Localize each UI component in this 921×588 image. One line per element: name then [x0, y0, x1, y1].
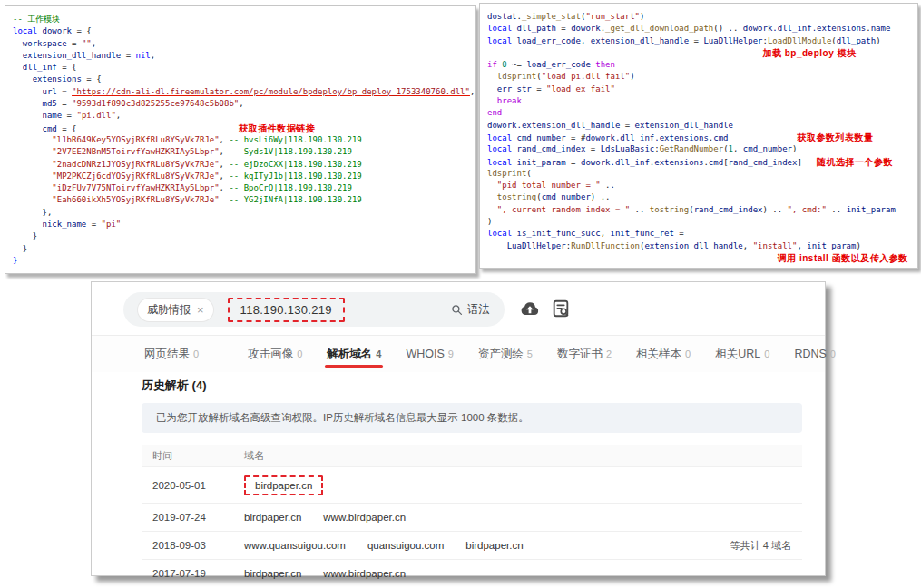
code-line: local init_param = dowork.dll_inf.extens…	[487, 156, 917, 168]
tab-count-badge: 0	[685, 348, 691, 359]
code-annotation: 调用 install 函数以及传入参数	[778, 253, 908, 263]
code-line: dowork.extension_dll_handle = extension_…	[487, 120, 917, 132]
code-line: -- 工作模块	[13, 14, 475, 25]
code-line: }	[13, 243, 475, 255]
tab-WHOIS[interactable]: WHOIS9	[406, 336, 453, 372]
code-line: if 0 ~= load_err_code then	[487, 59, 917, 71]
code-line: "2nadcDNRz1JYOSyjRKfRLu8YSyVk7RJe", -- e…	[13, 159, 475, 171]
code-line: }	[13, 255, 475, 267]
tab-label: WHOIS	[406, 348, 444, 360]
domain-link[interactable]: birdpaper.cn	[465, 540, 523, 551]
column-header-domain: 域名	[244, 449, 264, 463]
code-line: "l1bR649Key5YOSyjRKfRLu8YSyVk7RJe", -- h…	[13, 134, 475, 146]
resolution-date: 2018-09-03	[142, 540, 244, 551]
code-annotation: 随机选择一个参数	[817, 157, 893, 167]
code-line: "MP2PKCZj6cdYOSyjRKfRLu8YSyVk7RJe", -- k…	[13, 171, 475, 182]
tab-label: 网页结果	[144, 347, 190, 362]
table-row: 2017-07-19birdpaper.cnwww.birdpaper.cn	[142, 560, 802, 587]
tab-label: RDNS	[794, 348, 826, 360]
code-line: url = "https://cdn-ali-dl.fireemulator.c…	[13, 86, 475, 98]
domain-link[interactable]: www.quansuigou.com	[244, 540, 346, 551]
code-line: ", current random index = " .. tostring(…	[487, 204, 917, 216]
tab-count-badge: 4	[376, 348, 381, 359]
tab-相关URL[interactable]: 相关URL0	[715, 336, 769, 372]
tab-资产测绘[interactable]: 资产测绘5	[478, 336, 533, 372]
tab-count-badge: 5	[527, 348, 533, 359]
domain-link[interactable]: birdpaper.cn	[244, 568, 301, 579]
table-row: 2019-07-24birdpaper.cnwww.birdpaper.cn	[142, 504, 802, 532]
tab-count-badge: 0	[193, 348, 199, 359]
tab-count-badge: 0	[830, 348, 836, 359]
code-line: ldsprint(	[487, 168, 917, 180]
syntax-label: 语法	[467, 302, 490, 318]
code-line: )	[487, 216, 917, 228]
domain-link[interactable]: birdpaper.cn	[244, 512, 301, 523]
code-line: ldsprint("load pi.dll fail")	[487, 71, 917, 83]
domain-link[interactable]: www.birdpaper.cn	[323, 512, 406, 523]
tab-label: 数字证书	[557, 347, 603, 362]
code-line: md5 = "9593d1f890c3d825255ce97648c5b08b"…	[13, 98, 475, 110]
table-header: 时间 域名	[142, 445, 802, 467]
tab-相关样本[interactable]: 相关样本0	[636, 336, 691, 372]
document-search-icon[interactable]	[551, 299, 571, 318]
column-header-time: 时间	[142, 449, 244, 463]
search-row: 威胁情报 × 118.190.130.219 语法	[92, 282, 825, 336]
code-line: }	[13, 230, 475, 242]
code-line: end	[487, 107, 917, 119]
resolution-date: 2019-07-24	[142, 512, 244, 523]
domain-list: birdpaper.cn	[244, 475, 323, 495]
code-annotation: 加载 bp_deploy 模块	[762, 48, 856, 58]
code-line: tostring(cmd_number) ..	[487, 191, 917, 203]
resolution-date: 2017-07-19	[142, 568, 244, 579]
resolution-table: 时间 域名 2020-05-01birdpaper.cn2019-07-24bi…	[142, 445, 802, 587]
tab-label: 相关样本	[636, 347, 681, 362]
tab-count-badge: 0	[764, 348, 769, 359]
tab-count-badge: 2	[606, 348, 612, 359]
tab-count-badge: 9	[448, 348, 454, 359]
tab-网页结果[interactable]: 网页结果0	[144, 336, 199, 372]
tab-RDNS[interactable]: RDNS0	[794, 336, 836, 372]
code-line: LuaDllHelper:RunDllFunction(extension_dl…	[487, 240, 917, 252]
code-line: nick_name = "pi"	[13, 219, 475, 230]
domain-list: www.quansuigou.comquansuigou.combirdpape…	[244, 540, 524, 551]
history-resolution-section: 历史解析 (4) 已为您开放解析域名高级查询权限。IP历史解析域名信息最大显示 …	[142, 372, 802, 587]
cloud-upload-icon[interactable]	[520, 299, 540, 318]
tab-数字证书[interactable]: 数字证书2	[557, 336, 612, 372]
search-query[interactable]: 118.190.130.219	[240, 303, 332, 317]
domain-link[interactable]: www.birdpaper.cn	[323, 568, 406, 579]
tab-label: 攻击画像	[248, 347, 293, 362]
filter-tag-threat-intel[interactable]: 威胁情报 ×	[138, 299, 213, 321]
notice-banner: 已为您开放解析域名高级查询权限。IP历史解析域名信息最大显示 1000 条数据。	[142, 403, 802, 433]
threat-intel-panel: 威胁情报 × 118.190.130.219 语法	[91, 281, 826, 576]
domain-link[interactable]: quansuigou.com	[367, 540, 444, 551]
code-annotation: 获取插件数据链接	[239, 123, 315, 133]
tab-解析域名[interactable]: 解析域名4	[327, 336, 381, 372]
tab-label: 相关URL	[715, 347, 760, 362]
domain-total-note: 等共计 4 域名	[730, 539, 802, 553]
table-row: 2018-09-03www.quansuigou.comquansuigou.c…	[142, 532, 802, 560]
lua-config-code-panel: -- 工作模块local dowork = { workspace = "", …	[5, 5, 476, 274]
code-line: "2V7EE2NBnM5ToirvfYawHZKRIAy5Lbpr", -- S…	[13, 146, 475, 158]
tab-攻击画像[interactable]: 攻击画像0	[248, 336, 302, 372]
domain-link[interactable]: birdpaper.cn	[255, 480, 312, 491]
code-line: cmd = { 获取插件数据链接	[13, 122, 475, 134]
code-line: local load_err_code, extension_dll_handl…	[487, 35, 917, 47]
close-icon[interactable]: ×	[197, 304, 204, 316]
code-line: 调用 install 函数以及传入参数	[487, 252, 917, 264]
syntax-button[interactable]: 语法	[451, 302, 490, 318]
lua-loader-code-panel: dostat._simple_stat("run_start")local dl…	[479, 3, 918, 269]
code-line: dll_inf = {	[13, 62, 475, 74]
annotation-box-ip: 118.190.130.219	[228, 298, 345, 322]
code-line: workspace = "",	[13, 38, 475, 50]
table-row: 2020-05-01birdpaper.cn	[142, 467, 802, 504]
code-line: break	[487, 95, 917, 107]
resolution-date: 2020-05-01	[142, 480, 244, 491]
code-line: 加载 bp_deploy 模块	[487, 47, 917, 59]
section-title: 历史解析 (4)	[142, 377, 802, 394]
search-icon	[451, 304, 463, 316]
tab-count-badge: 0	[297, 348, 302, 359]
tab-bar: 网页结果0攻击画像0解析域名4WHOIS9资产测绘5数字证书2相关样本0相关UR…	[92, 336, 825, 372]
search-input[interactable]: 威胁情报 × 118.190.130.219 语法	[123, 292, 505, 327]
filter-tag-label: 威胁情报	[147, 302, 191, 318]
code-line: "pid total number = " ..	[487, 180, 917, 191]
